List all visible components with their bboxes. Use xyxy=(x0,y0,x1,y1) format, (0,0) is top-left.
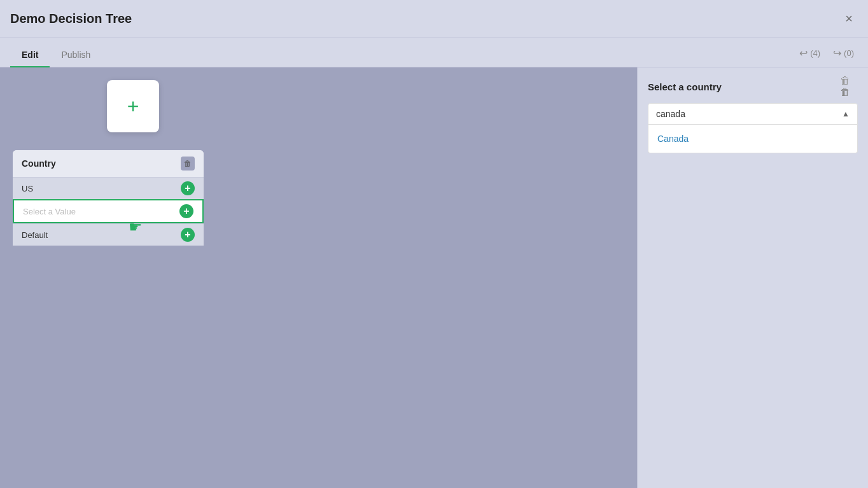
nav-actions: ↩ (4) ↪ (0) xyxy=(795,45,858,67)
add-row-default-button[interactable]: + xyxy=(181,228,195,242)
add-node-card[interactable]: + xyxy=(107,80,159,132)
row-placeholder-select: Select a Value xyxy=(23,207,179,216)
trash-icon: 🗑 xyxy=(184,159,192,168)
row-value-us: US xyxy=(22,184,181,193)
undo-icon: ↩ xyxy=(799,47,808,59)
country-search-input[interactable] xyxy=(656,109,842,119)
title-bar: Demo Decision Tree × xyxy=(0,0,868,38)
right-sidebar: Select a country 🗑 ▲ Canada xyxy=(637,67,868,488)
sidebar-trash-icon: 🗑 xyxy=(840,75,858,98)
tab-edit[interactable]: Edit xyxy=(10,43,50,67)
tab-publish[interactable]: Publish xyxy=(50,43,102,67)
nav-bar: Edit Publish ↩ (4) ↪ (0) xyxy=(0,38,868,67)
redo-button[interactable]: ↪ (0) xyxy=(829,45,858,62)
dropdown-list: Canada xyxy=(648,125,858,153)
panel-delete-button[interactable]: 🗑 xyxy=(181,157,195,171)
app-title: Demo Decision Tree xyxy=(10,11,132,26)
undo-count: (4) xyxy=(810,48,820,58)
sidebar-delete-button[interactable]: 🗑 xyxy=(840,78,858,95)
decision-panel: Country 🗑 US + Select a Value + Default … xyxy=(13,150,204,246)
main-area: + Country 🗑 US + Select a Value + xyxy=(0,67,868,488)
country-dropdown: ▲ Canada xyxy=(648,103,858,153)
chevron-up-icon: ▲ xyxy=(842,109,850,118)
panel-header: Country 🗑 xyxy=(13,150,204,177)
panel-row-default: Default + xyxy=(13,223,204,246)
undo-button[interactable]: ↩ (4) xyxy=(795,45,824,62)
panel-row-us: US + xyxy=(13,177,204,199)
panel-title: Country xyxy=(22,158,56,169)
sidebar-title: Select a country xyxy=(648,81,722,92)
canvas: + Country 🗑 US + Select a Value + xyxy=(0,67,637,488)
row-value-default: Default xyxy=(22,230,181,240)
dropdown-input-wrap: ▲ xyxy=(648,103,858,125)
nav-tabs: Edit Publish xyxy=(10,43,102,67)
panel-row-select-value: Select a Value + xyxy=(13,199,204,223)
redo-icon: ↪ xyxy=(833,47,841,59)
add-node-plus-icon: + xyxy=(127,96,139,116)
close-button[interactable]: × xyxy=(840,10,858,28)
add-row-select-button[interactable]: + xyxy=(179,204,193,218)
redo-count: (0) xyxy=(844,48,854,58)
dropdown-item-canada[interactable]: Canada xyxy=(648,127,857,150)
add-row-us-button[interactable]: + xyxy=(181,181,195,195)
sidebar-header: Select a country 🗑 xyxy=(638,67,868,103)
